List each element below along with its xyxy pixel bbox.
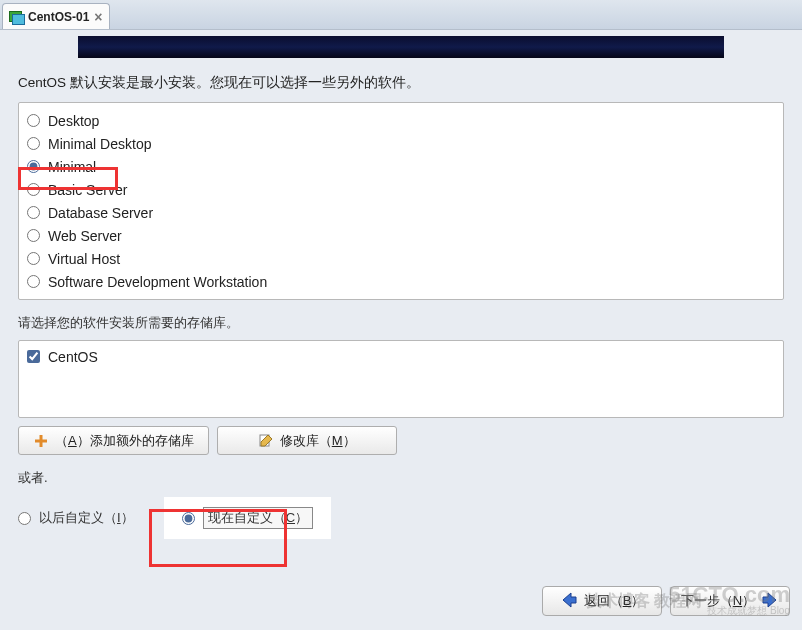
radio-desktop[interactable] [27,114,40,127]
vm-icon [9,10,23,24]
tab-bar: CentOS-01 × [0,0,802,30]
customize-options: 以后自定义（I） 现在自定义（C） [18,497,784,539]
label-sdw: Software Development Workstation [48,274,267,290]
modify-repo-button[interactable]: 修改库（M） [217,426,397,455]
add-repo-button[interactable]: （A）添加额外的存储库 [18,426,209,455]
checkbox-centos[interactable] [27,350,40,363]
radio-sdw[interactable] [27,275,40,288]
label-minimal-desktop: Minimal Desktop [48,136,151,152]
radio-minimal-desktop[interactable] [27,137,40,150]
repo-label: 请选择您的软件安装所需要的存储库。 [18,314,784,332]
installer-content: CentOS 默认安装是最小安装。您现在可以选择一些另外的软件。 Desktop… [0,36,802,630]
nav-buttons: 返回（B） 下一步（N） [542,586,790,616]
repo-list: CentOS [18,340,784,418]
option-minimal-desktop[interactable]: Minimal Desktop [21,132,781,155]
radio-customize-now[interactable] [182,512,195,525]
add-repo-label: （A）添加额外的存储库 [55,432,194,450]
label-minimal: Minimal [48,159,96,175]
edit-icon [258,433,274,449]
label-virtual-host: Virtual Host [48,251,120,267]
option-sdw[interactable]: Software Development Workstation [21,270,781,293]
customize-now[interactable]: 现在自定义（C） [164,497,331,539]
radio-virtual-host[interactable] [27,252,40,265]
close-icon[interactable]: × [94,10,102,24]
option-web-server[interactable]: Web Server [21,224,781,247]
option-minimal[interactable]: Minimal [21,155,781,178]
radio-database-server[interactable] [27,206,40,219]
svg-rect-1 [35,439,47,442]
arrow-right-icon [761,591,779,612]
radio-web-server[interactable] [27,229,40,242]
option-database-server[interactable]: Database Server [21,201,781,224]
radio-minimal[interactable] [27,160,40,173]
radio-basic-server[interactable] [27,183,40,196]
next-button[interactable]: 下一步（N） [670,586,790,616]
install-description: CentOS 默认安装是最小安装。您现在可以选择一些另外的软件。 [18,74,784,92]
customize-later[interactable]: 以后自定义（I） [18,509,134,527]
option-virtual-host[interactable]: Virtual Host [21,247,781,270]
install-options-list: Desktop Minimal Desktop Minimal Basic Se… [18,102,784,300]
arrow-left-icon [560,591,578,612]
option-basic-server[interactable]: Basic Server [21,178,781,201]
customize-now-label: 现在自定义（C） [203,507,313,529]
label-database-server: Database Server [48,205,153,221]
next-label: 下一步（N） [681,592,755,610]
tab-title: CentOS-01 [28,10,89,24]
centos-banner [78,36,724,58]
radio-customize-later[interactable] [18,512,31,525]
plus-icon [33,433,49,449]
label-centos: CentOS [48,349,98,365]
modify-repo-label: 修改库（M） [280,432,356,450]
label-desktop: Desktop [48,113,99,129]
repo-centos[interactable]: CentOS [21,345,781,368]
label-basic-server: Basic Server [48,182,127,198]
customize-later-label: 以后自定义（I） [39,509,134,527]
repo-buttons: （A）添加额外的存储库 修改库（M） [18,426,784,455]
vm-tab[interactable]: CentOS-01 × [2,3,110,29]
label-web-server: Web Server [48,228,122,244]
option-desktop[interactable]: Desktop [21,109,781,132]
or-label: 或者. [18,469,784,487]
back-label: 返回（B） [584,592,645,610]
back-button[interactable]: 返回（B） [542,586,662,616]
